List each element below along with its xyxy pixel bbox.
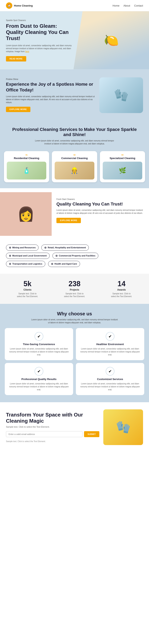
check-icon-2: ⊖ [9,254,11,257]
cta-gloves-icon: 🧤 [116,420,131,434]
why-card-3: ✔ Customized Services Lorem ipsum dolor … [76,363,144,395]
quality-content: Fresh Start Cleaners Quality Cleaning Yo… [52,192,149,236]
cta-content: Transform Your Space with Our Cleaning M… [6,412,99,442]
sector-badge-3: ⊖ Commercial Property and Facilities [52,253,98,259]
service-card-specialized: 03 Specialized Cleaning 🌿 [100,151,145,182]
quality-image: 👩 [0,192,52,236]
cta-subtitle: Sample text. Click to select the Text El… [6,426,99,428]
spotless-content: Pristine Shine Experience the Joy of a S… [6,78,95,112]
sector-badge-4: ⊖ Transportation and Logistics [6,261,45,267]
logo-icon: 🏠 [6,2,12,9]
checkmark-icon-2: ✔ [37,369,41,374]
why-card-desc-3: Lorem ipsum dolor sit amet, consectetur … [79,382,141,391]
sector-badge-0: ⊖ Mining and Resources [6,244,39,251]
sector-row-1: ⊖ Mining and Resources ⊖ Retail, Hospita… [6,244,143,251]
navbar: 🏠 Home Cleaning Home About Contact [0,0,149,11]
stat-num-1: 238 [63,280,86,288]
why-card-title-0: Time-Saving Convenience [23,343,55,346]
why-icon-0: ✔ [35,332,43,341]
quality-tag: Fresh Start Cleaners [56,198,144,200]
stat-label-2: Awards [110,288,133,291]
quality-section: 👩 Fresh Start Cleaners Quality Cleaning … [0,192,149,236]
service-img-residential: 🧴 [7,162,46,180]
service-img-specialized: 🌿 [103,162,142,180]
check-icon-3: ⊖ [55,254,58,257]
cta-email-input[interactable] [6,431,82,437]
service-card-residential: 01 Residential Cleaning 🧴 [4,151,49,182]
hero-image-inner: 🍋 [74,11,149,70]
cta-section: Transform Your Space with Our Cleaning M… [0,402,149,452]
nav-contact[interactable]: Contact [134,4,143,7]
nav-about[interactable]: About [123,4,130,7]
checkmark-icon-0: ✔ [37,334,41,339]
sector-label-2: Municipal and Local Government [12,254,47,257]
hero-image: 🍋 [74,11,149,70]
spotless-section: Pristine Shine Experience the Joy of a S… [0,70,149,121]
service-title-1: Residential Cleaning [14,157,39,160]
why-icon-1: ✔ [106,332,114,341]
services-description: Lorem ipsum dolor sit amet, consectetur … [35,139,114,145]
why-card-title-1: Healthier Environment [96,343,124,346]
check-icon-4: ⊖ [9,262,11,265]
nav-links: Home About Contact [113,4,143,7]
why-card-desc-1: Lorem ipsum dolor sit amet, consectetur … [79,347,141,356]
stat-desc-1: Sample text. Click to select the Text El… [63,292,86,298]
sector-row-3: ⊖ Transportation and Logistics ⊖ Health … [6,261,143,267]
check-icon-1: ⊖ [44,246,47,249]
stat-desc-0: Sample text. Click to select the Text El… [16,292,39,298]
service-title-3: Specialized Cleaning [110,157,135,160]
nav-logo: 🏠 Home Cleaning [6,2,33,9]
why-card-desc-0: Lorem ipsum dolor sit amet, consectetur … [8,347,70,356]
commercial-icon: 👷 [71,167,78,174]
service-img-commercial: 👷 [55,162,94,180]
sector-badge-2: ⊖ Municipal and Local Government [6,253,50,259]
spotless-tag: Pristine Shine [6,78,95,80]
service-cards: 01 Residential Cleaning 🧴 02 Commercial … [0,149,149,188]
cta-form: SUBMIT [6,431,99,437]
checkmark-icon-1: ✔ [108,334,112,339]
why-card-desc-2: Lorem ipsum dolor sit amet, consectetur … [8,382,70,391]
cta-bottom-text: Sample text. Click to select the Text El… [6,440,99,442]
quality-person-icon: 👩 [17,206,35,222]
why-title: Why choose us [5,311,144,316]
specialized-icon: 🌿 [119,167,126,174]
stat-num-0: 5k [16,280,39,288]
hero-description: Lorem ipsum dolor sit amet, consectetur … [6,44,74,53]
hero-read-more-button[interactable]: READ MORE [6,56,26,62]
cta-submit-button[interactable]: SUBMIT [84,431,99,437]
spotless-explore-button[interactable]: EXPLORE MORE [6,107,30,112]
spotless-description: Lorem ipsum dolor sit amet, consectetur … [6,95,95,104]
hero-tag: Sparkle Spot Cleaners [6,19,74,22]
stat-clients: 5k Clients Sample text. Click to select … [16,280,39,298]
hero-title: From Dust to Gleam: Quality Cleaning You… [6,23,74,42]
why-description: Lorem ipsum dolor sit amet, consectetur … [31,318,118,324]
sector-row-2: ⊖ Municipal and Local Government ⊖ Comme… [6,253,143,259]
why-card-2: ✔ Professional Quality Results Lorem ips… [5,363,73,395]
service-num-3: 03 [121,154,123,156]
hero-section: Sparkle Spot Cleaners From Dust to Gleam… [0,11,149,70]
sector-badge-5: ⊖ Health and Aged Care [48,261,80,267]
service-card-commercial: 02 Commercial Cleaning 👷 [52,151,97,182]
quality-explore-button[interactable]: EXPLORE MORE [56,218,81,223]
sector-label-4: Transportation and Logistics [12,262,42,265]
hero-link[interactable]: here [25,50,29,52]
check-icon-5: ⊖ [51,262,53,265]
why-icon-3: ✔ [106,367,114,376]
nav-home[interactable]: Home [113,4,120,7]
sectors-section: ⊖ Mining and Resources ⊖ Retail, Hospita… [0,240,149,274]
cta-title: Transform Your Space with Our Cleaning M… [6,412,99,424]
service-num-1: 01 [26,154,28,156]
stats-section: 5k Clients Sample text. Click to select … [0,274,149,304]
sector-label-0: Mining and Resources [12,246,36,249]
service-num-2: 02 [74,154,75,156]
services-header: Professional Cleaning Services to Make Y… [0,121,149,149]
quality-title: Quality Cleaning You Can Trust! [56,202,144,207]
logo-text: Home Cleaning [14,4,33,7]
services-title: Professional Cleaning Services to Make Y… [8,127,141,137]
why-header: Why choose us Lorem ipsum dolor sit amet… [5,311,144,324]
hero-content: Sparkle Spot Cleaners From Dust to Gleam… [6,19,74,62]
sector-label-3: Commercial Property and Facilities [59,254,95,257]
check-icon-0: ⊖ [9,246,11,249]
why-section: Why choose us Lorem ipsum dolor sit amet… [0,304,149,402]
why-card-0: ✔ Time-Saving Convenience Lorem ipsum do… [5,328,73,360]
